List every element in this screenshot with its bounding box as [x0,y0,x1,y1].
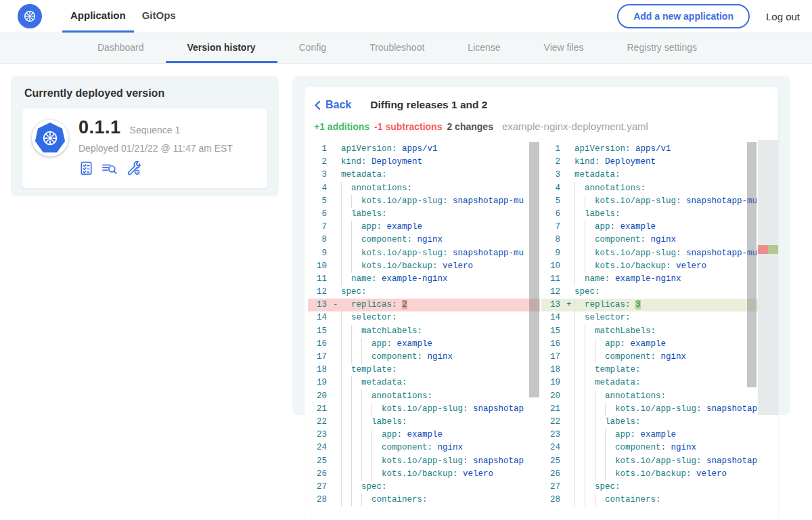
code-line: 13-replicas: 2 [308,299,540,311]
code-line: 1apiVersion: apps/v1 [308,143,540,156]
code-line: 3metadata: [541,169,758,181]
code-line: 28containers: [541,494,758,506]
subtractions-count: -1 subtractions [374,121,442,132]
deployed-version-box: 0.1.1 Sequence 1 Deployed 01/21/22 @ 11:… [22,108,268,189]
subnav-item-dashboard[interactable]: Dashboard [76,33,166,63]
code-line: 20annotations: [308,390,540,403]
kubernetes-heptagon [35,123,66,154]
code-line: 21kots.io/app-slug: snapshotap [308,403,540,416]
checklist-icon[interactable] [78,160,94,176]
code-line: 14selector: [308,311,540,324]
code-line: 5kots.io/app-slug: snapshotapp-mu [308,195,540,208]
code-line: 1apiVersion: apps/v1 [541,143,758,156]
code-line: 18template: [541,364,758,376]
code-line: 4annotations: [541,182,758,195]
left-editor-scrollbar[interactable] [529,142,539,397]
code-line: 5kots.io/app-slug: snapshotapp-mu [541,195,758,208]
kubernetes-wheel-icon [41,129,60,148]
code-line: 9kots.io/app-slug: snapshotapp-mu [541,247,758,260]
code-line: 19metadata: [308,376,540,389]
code-line: 16app: example [541,338,758,351]
diff-title: Diffing releases 1 and 2 [370,99,487,111]
code-line: 12spec: [541,286,758,299]
code-line: 20annotations: [541,390,758,403]
top-tabs: ApplicationGitOps [42,0,184,32]
deployed-date: Deployed 01/21/22 @ 11:47 am EST [78,143,233,154]
code-line: 11name: example-nginx [308,273,540,286]
code-line: 2kind: Deployment [541,156,758,169]
config-tools-icon[interactable] [125,160,141,176]
code-line: 13+replicas: 3 [541,299,758,311]
subnav-item-version-history[interactable]: Version history [166,33,277,63]
kubernetes-wheel-icon [22,9,37,24]
release-notes-search-icon[interactable] [101,160,118,176]
code-line: 17component: nginx [308,351,540,364]
kubernetes-logo [18,4,42,28]
right-editor-scrollbar[interactable] [747,142,757,387]
code-line: 6labels: [541,208,758,221]
code-line: 27spec: [308,481,540,494]
code-line: 22labels: [541,416,758,429]
code-line: 18template: [308,364,540,376]
code-line: 25kots.io/app-slug: snapshotap [541,455,758,468]
code-line: 11name: example-nginx [541,273,758,286]
code-line: 3metadata: [308,169,540,181]
code-line: 19metadata: [541,376,758,389]
code-line: 22labels: [308,416,540,429]
code-line: 4annotations: [308,182,540,195]
top-tab-application[interactable]: Application [62,0,134,32]
code-line: 9kots.io/app-slug: snapshotapp-mu [308,247,540,260]
subnav-item-view-files[interactable]: View files [522,33,606,63]
code-line: 21kots.io/app-slug: snapshotap [541,403,758,416]
top-tab-gitops[interactable]: GitOps [134,0,184,32]
code-line: 28containers: [308,494,540,506]
code-line: 25kots.io/app-slug: snapshotap [308,455,540,468]
deployed-card-title: Currently deployed version [11,76,279,100]
code-line: 15matchLabels: [308,325,540,338]
code-line: 26kots.io/backup: velero [541,468,758,481]
overview-addition-mark [768,245,778,254]
code-line: 24component: nginx [308,441,540,454]
version-number: 0.1.1 [78,117,121,138]
code-line: 15matchLabels: [541,325,758,338]
code-line: 10kots.io/backup: velero [308,260,540,273]
diff-stats: +1 additions -1 subtractions 2 changes e… [304,111,778,132]
code-line: 27spec: [541,481,758,494]
code-line: 23app: example [541,429,758,441]
overview-deletion-mark [758,245,768,254]
code-line: 6labels: [308,208,540,221]
code-line: 23app: example [308,429,540,441]
code-line: 2kind: Deployment [308,156,540,169]
code-line: 7app: example [541,221,758,234]
app-logo [32,120,68,156]
code-line: 16app: example [308,338,540,351]
subnav-item-config[interactable]: Config [277,33,348,63]
changes-count: 2 changes [447,121,493,132]
code-line: 8component: nginx [541,234,758,246]
sequence-label: Sequence 1 [130,125,181,135]
code-line: 7app: example [308,221,540,234]
code-line: 14selector: [541,311,758,324]
diff-filename: example-nginx-deployment.yaml [502,121,648,132]
top-nav: ApplicationGitOps Add a new application … [0,0,812,32]
currently-deployed-card: Currently deployed version 0.1.1 [11,76,279,196]
additions-count: +1 additions [314,121,369,132]
logout-link[interactable]: Log out [766,11,800,22]
code-line: 10kots.io/backup: velero [541,260,758,273]
code-line: 24component: nginx [541,441,758,454]
subnav-item-troubleshoot[interactable]: Troubleshoot [348,33,446,63]
code-line: 8component: nginx [308,234,540,246]
diff-overview-ruler [758,140,778,415]
chevron-left-icon [314,100,321,110]
diff-card: Back Diffing releases 1 and 2 +1 additio… [304,87,778,520]
code-line: 26kots.io/backup: velero [308,468,540,481]
code-line: 12spec: [308,286,540,299]
add-application-button[interactable]: Add a new application [617,4,750,28]
back-link[interactable]: Back [314,99,351,111]
diff-editor-modified: 1apiVersion: apps/v12kind: Deployment3me… [541,140,758,506]
diff-editor-original: 1apiVersion: apps/v12kind: Deployment3me… [308,140,540,506]
subnav-item-license[interactable]: License [446,33,522,63]
code-line: 17component: nginx [541,351,758,364]
subnav-item-registry-settings[interactable]: Registry settings [605,33,718,63]
sub-nav: DashboardVersion historyConfigTroublesho… [0,32,812,64]
